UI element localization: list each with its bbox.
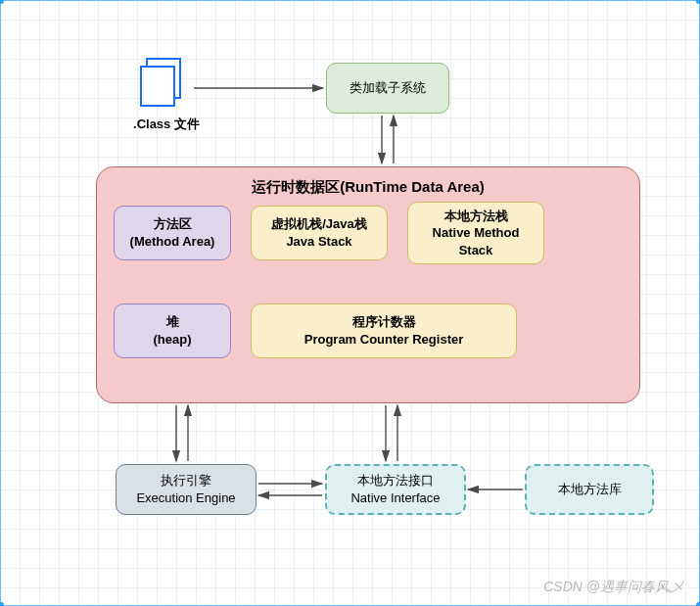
heap-box: 堆 (heap) bbox=[114, 303, 231, 358]
runtime-data-area-title: 运行时数据区(RunTime Data Area) bbox=[113, 177, 624, 197]
java-stack-line2: Java Stack bbox=[286, 233, 351, 251]
execution-engine-box: 执行引擎 Execution Engine bbox=[116, 464, 257, 515]
native-if-line2: Native Interface bbox=[350, 489, 440, 507]
exec-line1: 执行引擎 bbox=[161, 472, 211, 489]
exec-line2: Execution Engine bbox=[136, 489, 235, 507]
runtime-data-area-box: 运行时数据区(RunTime Data Area) bbox=[96, 166, 640, 403]
class-file-label: .Class 文件 bbox=[122, 116, 210, 133]
selection-handle-tr[interactable] bbox=[696, 0, 700, 4]
java-stack-box: 虚拟机栈/Java栈 Java Stack bbox=[251, 206, 388, 260]
native-stack-line3: Stack bbox=[459, 242, 493, 259]
native-interface-box: 本地方法接口 Native Interface bbox=[325, 464, 466, 515]
watermark: CSDN @遇事问春风乄 bbox=[543, 579, 682, 596]
native-method-stack-box: 本地方法栈 Native Method Stack bbox=[407, 202, 544, 264]
selection-handle-tl[interactable] bbox=[0, 0, 4, 4]
classloader-label: 类加载子系统 bbox=[350, 79, 426, 97]
method-area-line1: 方法区 bbox=[154, 215, 192, 233]
method-area-box: 方法区 (Method Area) bbox=[114, 206, 231, 260]
native-stack-line2: Native Method bbox=[433, 224, 520, 242]
selection-handle-br[interactable] bbox=[696, 602, 700, 606]
method-area-line2: (Method Area) bbox=[130, 233, 215, 251]
selection-handle-bl[interactable] bbox=[0, 602, 4, 606]
classloader-box: 类加载子系统 bbox=[326, 63, 449, 114]
native-lib-label: 本地方法库 bbox=[558, 481, 622, 498]
java-stack-line1: 虚拟机栈/Java栈 bbox=[271, 215, 367, 233]
native-stack-line1: 本地方法栈 bbox=[444, 208, 508, 225]
svg-rect-1 bbox=[141, 67, 174, 106]
heap-line1: 堆 bbox=[166, 313, 179, 331]
pcr-line1: 程序计数器 bbox=[352, 313, 416, 331]
pcr-line2: Program Counter Register bbox=[304, 331, 464, 349]
native-if-line1: 本地方法接口 bbox=[357, 472, 434, 489]
program-counter-register-box: 程序计数器 Program Counter Register bbox=[251, 303, 517, 358]
class-file-icon bbox=[137, 55, 192, 110]
heap-line2: (heap) bbox=[154, 331, 192, 349]
native-library-box: 本地方法库 bbox=[525, 464, 654, 515]
